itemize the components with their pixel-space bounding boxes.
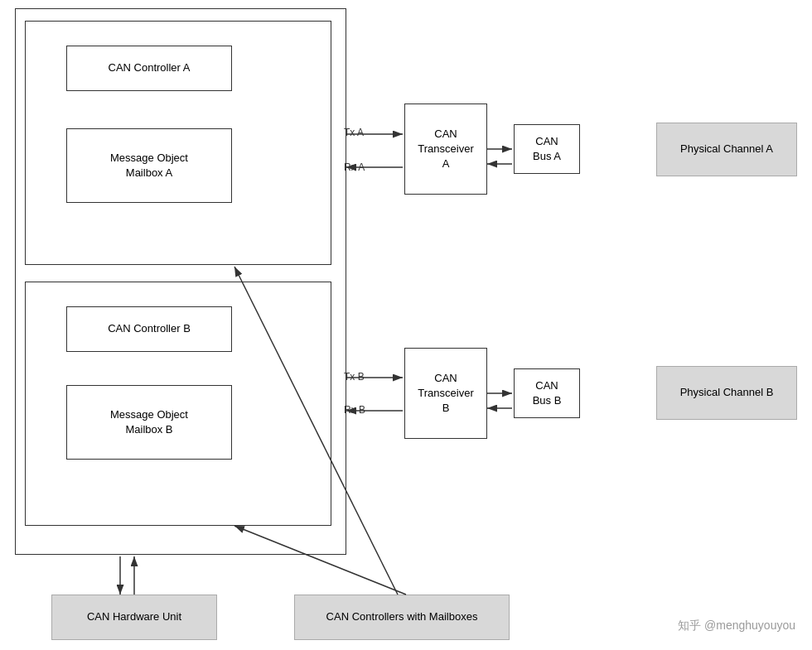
can-transceiver-b-label: CAN Transceiver B xyxy=(418,371,473,416)
can-bus-b-label: CAN Bus B xyxy=(533,378,562,408)
rx-a-label: Rx A xyxy=(344,161,365,173)
can-hardware-unit-box: CAN Hardware Unit xyxy=(51,595,217,640)
tx-b-label: Tx B xyxy=(344,371,365,383)
can-controller-a-label: CAN Controller A xyxy=(109,60,191,75)
can-transceiver-a-box: CAN Transceiver A xyxy=(404,104,487,195)
rx-b-label: Rx B xyxy=(344,404,365,416)
physical-channel-a-label: Physical Channel A xyxy=(680,142,773,156)
can-bus-b-box: CAN Bus B xyxy=(514,368,580,418)
tx-a-label: Tx A xyxy=(344,127,364,138)
can-controller-b-box: CAN Controller B xyxy=(66,306,232,352)
can-bus-a-label: CAN Bus A xyxy=(533,134,561,164)
can-transceiver-b-box: CAN Transceiver B xyxy=(404,348,487,439)
can-controller-a-box: CAN Controller A xyxy=(66,46,232,91)
can-hardware-unit-label: CAN Hardware Unit xyxy=(87,609,181,624)
message-object-mailbox-b-label: Message Object Mailbox B xyxy=(110,407,188,437)
can-controllers-mailboxes-box: CAN Controllers with Mailboxes xyxy=(294,595,510,640)
can-controller-b-label: CAN Controller B xyxy=(108,321,191,336)
message-object-mailbox-a-box: Message Object Mailbox A xyxy=(66,128,232,203)
can-controllers-mailboxes-label: CAN Controllers with Mailboxes xyxy=(326,609,478,624)
diagram: CAN Controller A Message Object Mailbox … xyxy=(0,0,812,650)
can-bus-a-box: CAN Bus A xyxy=(514,124,580,174)
can-transceiver-a-label: CAN Transceiver A xyxy=(418,127,473,172)
message-object-mailbox-b-box: Message Object Mailbox B xyxy=(66,385,232,460)
physical-channel-a-box: Physical Channel A xyxy=(656,123,797,176)
physical-channel-b-box: Physical Channel B xyxy=(656,366,797,420)
watermark: 知乎 @menghuyouyou xyxy=(678,619,795,633)
message-object-mailbox-a-label: Message Object Mailbox A xyxy=(110,151,188,181)
physical-channel-b-label: Physical Channel B xyxy=(680,385,774,400)
